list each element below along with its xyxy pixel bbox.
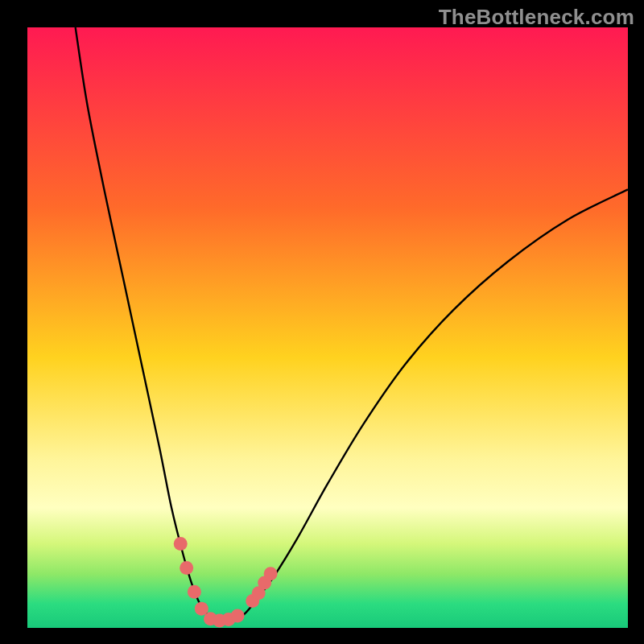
marker-dot [195, 602, 208, 616]
chart-frame: TheBottleneck.com [0, 0, 644, 644]
marker-dot [174, 537, 188, 551]
marker-dot [231, 609, 245, 623]
gradient-background [27, 27, 628, 628]
marker-dot [180, 561, 193, 575]
marker-dot [264, 567, 278, 580]
plot-area [27, 27, 628, 628]
gradient-chart [27, 27, 628, 628]
watermark-text: TheBottleneck.com [439, 5, 634, 30]
marker-dot [188, 585, 201, 599]
